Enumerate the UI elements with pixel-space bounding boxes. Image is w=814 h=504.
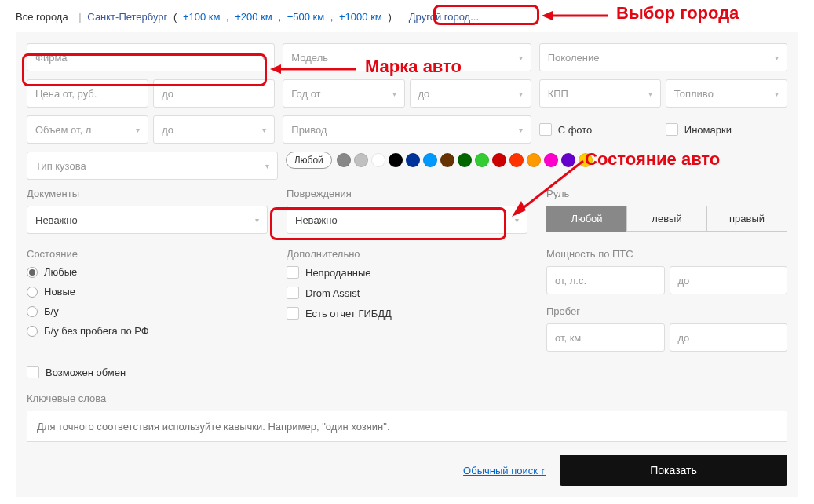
exchange-checkbox[interactable]: Возможен обмен [27, 366, 787, 378]
condition-no-rf-radio[interactable]: Б/у без пробега по РФ [27, 325, 268, 337]
radio-icon [27, 326, 38, 337]
documents-label: Документы [27, 188, 268, 199]
current-city-link[interactable]: Санкт-Петербург [87, 11, 167, 23]
color-swatch[interactable] [371, 153, 385, 167]
color-swatch[interactable] [440, 153, 454, 167]
checkbox-icon [287, 307, 299, 320]
with-photo-checkbox[interactable]: С фото [539, 115, 661, 144]
mileage-from-input[interactable]: от, км [546, 323, 665, 352]
fuel-select[interactable]: Топливо▾ [666, 79, 787, 108]
color-swatch[interactable] [458, 153, 472, 167]
foreign-checkbox[interactable]: Иномарки [666, 115, 787, 144]
volume-to-select[interactable]: до▾ [153, 115, 275, 144]
checkbox-icon [287, 266, 299, 279]
chevron-down-icon: ▾ [775, 53, 779, 62]
all-cities-link[interactable]: Все города [16, 11, 68, 23]
color-swatch[interactable] [389, 153, 403, 167]
keywords-input[interactable] [27, 411, 787, 442]
chevron-down-icon: ▾ [265, 162, 269, 170]
model-select[interactable]: Модель ▾ [283, 43, 531, 71]
radio-icon [27, 287, 38, 298]
price-to-input[interactable]: до [153, 79, 275, 108]
model-placeholder: Модель [291, 52, 328, 64]
mileage-to-input[interactable]: до [670, 323, 788, 352]
radio-icon [27, 306, 38, 317]
volume-from-select[interactable]: Объем от, л▾ [27, 115, 148, 144]
wheel-label: Руль [546, 188, 787, 199]
power-from-input[interactable]: от, л.с. [546, 266, 665, 294]
gibdd-checkbox[interactable]: Есть отчет ГИБДД [287, 307, 527, 320]
wheel-right-button[interactable]: правый [706, 206, 787, 232]
color-swatch[interactable] [406, 153, 420, 167]
color-swatch[interactable] [527, 153, 541, 167]
wheel-any-button[interactable]: Любой [546, 206, 627, 232]
chevron-down-icon: ▾ [648, 89, 652, 98]
body-type-select[interactable]: Тип кузова▾ [27, 152, 278, 180]
separator: | [78, 11, 81, 23]
power-to-input[interactable]: до [670, 266, 788, 294]
checkbox-icon [27, 366, 39, 378]
generation-placeholder: Поколение [548, 52, 600, 64]
color-swatch[interactable] [337, 153, 351, 167]
chevron-down-icon: ▾ [262, 126, 266, 134]
unsold-checkbox[interactable]: Непроданные [287, 266, 527, 279]
power-label: Мощность по ПТС [546, 248, 787, 260]
radio-icon [27, 267, 38, 278]
damage-label: Повреждения [287, 188, 527, 199]
chevron-down-icon: ▾ [262, 53, 266, 62]
color-any-button[interactable]: Любой [286, 152, 332, 169]
mileage-label: Пробег [546, 305, 787, 317]
filters-panel: Фирма ▾ Модель ▾ Поколение ▾ Цена от, ру… [16, 32, 798, 497]
condition-new-radio[interactable]: Новые [27, 286, 268, 298]
condition-label: Состояние [27, 248, 268, 260]
extra-label: Дополнительно [287, 248, 527, 260]
color-swatch[interactable] [492, 153, 506, 167]
chevron-down-icon: ▾ [392, 89, 396, 98]
simple-search-link[interactable]: Обычный поиск ↑ [463, 465, 546, 477]
damage-select[interactable]: Неважно▾ [287, 206, 527, 234]
color-picker: Любой [286, 152, 787, 169]
drom-assist-checkbox[interactable]: Drom Assist [287, 287, 527, 299]
drive-select[interactable]: Привод▾ [283, 115, 531, 144]
color-swatch[interactable] [544, 153, 558, 167]
color-swatch[interactable] [509, 153, 524, 167]
radius-500[interactable]: +500 км [287, 11, 325, 23]
documents-select[interactable]: Неважно▾ [27, 206, 268, 234]
wheel-toggle: Любой левый правый [546, 206, 787, 232]
checkbox-icon [539, 123, 552, 136]
chevron-down-icon: ▾ [136, 126, 140, 134]
radius-200[interactable]: +200 км [235, 11, 272, 23]
color-swatch[interactable] [579, 153, 593, 167]
other-city-link[interactable]: Другой город... [409, 11, 479, 23]
show-button[interactable]: Показать [560, 455, 787, 486]
gearbox-select[interactable]: КПП▾ [539, 79, 661, 108]
keywords-label: Ключевые слова [27, 393, 787, 404]
chevron-down-icon: ▾ [255, 216, 259, 225]
year-to-select[interactable]: до▾ [410, 79, 531, 108]
price-from-input[interactable]: Цена от, руб. [27, 79, 148, 108]
color-swatch[interactable] [475, 153, 489, 167]
wheel-left-button[interactable]: левый [626, 206, 707, 232]
year-from-select[interactable]: Год от▾ [283, 79, 404, 108]
generation-select[interactable]: Поколение ▾ [539, 43, 787, 71]
chevron-down-icon: ▾ [519, 53, 523, 62]
condition-any-radio[interactable]: Любые [27, 266, 268, 278]
chevron-down-icon: ▾ [519, 126, 523, 134]
radius-1000[interactable]: +1000 км [339, 11, 382, 23]
city-selector-bar: Все города | Санкт-Петербург ( +100 км ,… [16, 8, 798, 32]
radius-100[interactable]: +100 км [183, 11, 221, 23]
chevron-down-icon: ▾ [519, 89, 523, 98]
brand-placeholder: Фирма [35, 52, 68, 64]
checkbox-icon [666, 123, 678, 136]
condition-used-radio[interactable]: Б/у [27, 305, 268, 317]
chevron-down-icon: ▾ [775, 89, 779, 98]
checkbox-icon [287, 287, 299, 299]
color-swatch[interactable] [354, 153, 368, 167]
chevron-down-icon: ▾ [515, 216, 519, 225]
brand-select[interactable]: Фирма ▾ [27, 43, 275, 71]
color-swatch[interactable] [561, 153, 575, 167]
color-swatch[interactable] [423, 153, 437, 167]
